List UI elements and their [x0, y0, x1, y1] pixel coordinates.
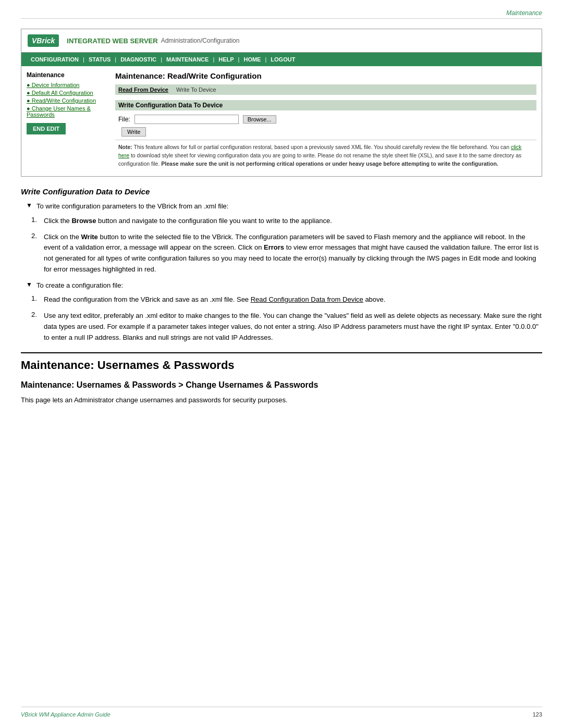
- nav-diagnostic[interactable]: DIAGNOSTIC: [116, 55, 161, 64]
- note-text: Note: This feature allows for full or pa…: [115, 140, 536, 171]
- iws-sidebar: Maintenance ● Device Information ● Defau…: [27, 71, 110, 171]
- step2-2-num: 2.: [31, 311, 40, 318]
- click-here-link[interactable]: click here: [118, 144, 521, 158]
- footer-left-text: VBrick WM Appliance Admin Guide: [21, 711, 111, 718]
- step-2-text: Click on the Write button to write the s…: [44, 232, 542, 275]
- tab-separator: [170, 87, 174, 93]
- file-input[interactable]: [134, 115, 239, 124]
- nav-help[interactable]: HELP: [214, 55, 238, 64]
- vbrick-logo: VBrick: [28, 34, 59, 47]
- iws-title: INTEGRATED WEB SERVER: [67, 37, 157, 45]
- step2-1-num: 1.: [31, 294, 40, 302]
- sidebar-title: Maintenance: [27, 71, 110, 79]
- step-2-num: 2.: [31, 232, 40, 240]
- sidebar-link-read-write[interactable]: ● Read/Write Configuration: [27, 97, 110, 104]
- write-button-row: Write: [115, 127, 536, 140]
- usernames-medium-heading: Maintenance: Usernames & Passwords > Cha…: [21, 380, 542, 390]
- bullet-text-1: To write configuration parameters to the…: [36, 201, 228, 212]
- nav-home[interactable]: HOME: [239, 55, 265, 64]
- read-config-link[interactable]: Read Configuration Data from Device: [251, 295, 363, 303]
- iws-subtitle: Administration/Configuration: [161, 37, 240, 44]
- file-row: File: Browse...: [115, 115, 536, 124]
- step2-1: 1. Read the configuration from the VBric…: [21, 294, 542, 305]
- main-content: VBrick INTEGRATED WEB SERVER Administrat…: [21, 29, 542, 415]
- iws-main-title: Maintenance: Read/Write Configuration: [115, 71, 536, 80]
- header-divider: [21, 18, 542, 19]
- page-footer: VBrick WM Appliance Admin Guide 123: [21, 707, 542, 718]
- end-edit-button[interactable]: END EDIT: [27, 123, 66, 134]
- sidebar-link-usernames[interactable]: ● Change User Names & Passwords: [27, 105, 110, 118]
- iws-screenshot-box: VBrick INTEGRATED WEB SERVER Administrat…: [21, 29, 542, 177]
- tab-bar: Read From Device Write To Device: [115, 84, 536, 95]
- nav-configuration[interactable]: CONFIGURATION: [27, 55, 83, 64]
- page-header-label: Maintenance: [506, 9, 542, 17]
- step2-2-text: Use any text editor, preferably an .xml …: [44, 311, 542, 343]
- iws-body: Maintenance ● Device Information ● Defau…: [21, 66, 542, 176]
- doc-section-usernames: Maintenance: Usernames & Passwords Maint…: [21, 352, 542, 406]
- usernames-big-heading: Maintenance: Usernames & Passwords: [21, 352, 542, 372]
- doc-section-write-config: Write Configuration Data to Device ▼ To …: [21, 187, 542, 343]
- step-1-num: 1.: [31, 216, 40, 224]
- bullet-create-config: ▼ To create a configuration file:: [21, 280, 542, 291]
- sidebar-link-default-all[interactable]: ● Default All Configuration: [27, 90, 110, 96]
- triangle-icon-1: ▼: [26, 202, 32, 209]
- step2-2: 2. Use any text editor, preferably an .x…: [21, 311, 542, 343]
- write-config-heading: Write Configuration Data to Device: [21, 187, 542, 196]
- tab-write-to-device[interactable]: Write To Device: [176, 87, 216, 93]
- nav-maintenance[interactable]: MAINTENANCE: [162, 55, 213, 64]
- footer-page-number: 123: [533, 711, 542, 718]
- iws-header: VBrick INTEGRATED WEB SERVER Administrat…: [21, 29, 542, 53]
- step-2: 2. Click on the Write button to write th…: [21, 232, 542, 275]
- file-label: File:: [118, 116, 130, 123]
- bullet-text-2: To create a configuration file:: [36, 280, 123, 291]
- logo-text: VBrick: [28, 34, 59, 47]
- write-button[interactable]: Write: [121, 127, 146, 137]
- usernames-para: This page lets an Administrator change u…: [21, 395, 542, 406]
- bullet-write-params: ▼ To write configuration parameters to t…: [21, 201, 542, 212]
- nav-status[interactable]: STATUS: [84, 55, 115, 64]
- tab-read-from-device[interactable]: Read From Device: [118, 87, 168, 93]
- triangle-icon-2: ▼: [26, 281, 32, 288]
- iws-main-panel: Maintenance: Read/Write Configuration Re…: [115, 71, 536, 171]
- step2-1-text: Read the configuration from the VBrick a…: [44, 294, 385, 305]
- iws-nav: CONFIGURATION | STATUS | DIAGNOSTIC | MA…: [21, 53, 542, 66]
- browse-button[interactable]: Browse...: [243, 115, 276, 124]
- nav-logout[interactable]: LOGOUT: [266, 55, 299, 64]
- step-1: 1. Click the Browse button and navigate …: [21, 216, 542, 227]
- step-1-text: Click the Browse button and navigate to …: [44, 216, 332, 227]
- write-config-section-title: Write Configuration Data To Device: [115, 100, 536, 110]
- sidebar-link-device-info[interactable]: ● Device Information: [27, 82, 110, 88]
